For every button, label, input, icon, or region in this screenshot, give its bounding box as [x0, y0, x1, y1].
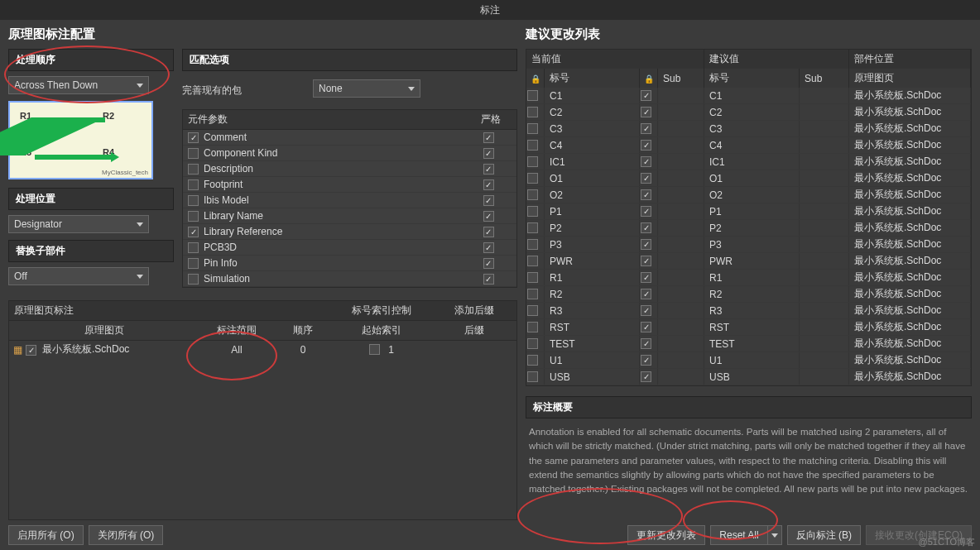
param-checkbox[interactable]	[188, 242, 199, 253]
lock-sub-checkbox[interactable]	[641, 206, 651, 217]
sheet-order[interactable]: 0	[274, 344, 332, 356]
change-row[interactable]: TEST TEST 最小系统板.SchDoc	[526, 336, 971, 352]
lock-current-checkbox[interactable]	[527, 322, 538, 332]
start-index-checkbox[interactable]	[369, 344, 380, 355]
lock-current-checkbox[interactable]	[527, 239, 538, 250]
param-row[interactable]: PCB3D	[183, 240, 516, 256]
reset-all-button[interactable]: Reset All	[710, 525, 766, 545]
processing-order-select[interactable]: Across Then Down	[8, 76, 149, 94]
lock-sub-checkbox[interactable]	[641, 107, 651, 117]
all-on-button[interactable]: 启用所有 (O)	[8, 525, 84, 545]
param-row[interactable]: Footprint	[183, 177, 516, 193]
lock-current-checkbox[interactable]	[527, 123, 538, 134]
param-checkbox[interactable]	[188, 274, 199, 285]
strict-checkbox[interactable]	[483, 179, 494, 190]
subparts-select[interactable]: Off	[8, 267, 149, 285]
changes-col-prop-des[interactable]: 标号	[704, 69, 800, 88]
strict-checkbox[interactable]	[483, 164, 494, 175]
processing-location-select[interactable]: Designator	[8, 215, 149, 233]
strict-checkbox[interactable]	[483, 274, 494, 285]
param-row[interactable]: Library Name	[183, 208, 516, 224]
change-row[interactable]: PWR PWR 最小系统板.SchDoc	[526, 253, 971, 270]
change-row[interactable]: C1 C1 最小系统板.SchDoc	[526, 88, 971, 104]
lock-current-checkbox[interactable]	[527, 289, 538, 299]
strict-checkbox[interactable]	[483, 242, 494, 253]
change-row[interactable]: P3 P3 最小系统板.SchDoc	[526, 237, 971, 253]
param-checkbox[interactable]	[188, 132, 199, 143]
param-checkbox[interactable]	[188, 227, 199, 237]
param-checkbox[interactable]	[188, 179, 199, 190]
lock-current-checkbox[interactable]	[527, 189, 538, 200]
change-row[interactable]: C3 C3 最小系统板.SchDoc	[526, 121, 971, 137]
strict-checkbox[interactable]	[483, 195, 494, 206]
lock-sub-checkbox[interactable]	[641, 338, 651, 349]
lock-sub-checkbox[interactable]	[641, 305, 651, 316]
strict-checkbox[interactable]	[483, 258, 494, 269]
strict-checkbox[interactable]	[483, 227, 494, 237]
lock-sub-checkbox[interactable]	[641, 189, 651, 200]
param-row[interactable]: Ibis Model	[183, 193, 516, 208]
change-row[interactable]: USB USB 最小系统板.SchDoc	[526, 369, 971, 385]
lock-current-checkbox[interactable]	[527, 256, 538, 266]
lock-sub-checkbox[interactable]	[641, 90, 651, 101]
changes-col-prop-sub[interactable]: Sub	[800, 69, 849, 88]
param-checkbox[interactable]	[188, 164, 199, 175]
lock-current-checkbox[interactable]	[527, 305, 538, 316]
lock-current-checkbox[interactable]	[527, 338, 538, 349]
change-row[interactable]: U1 U1 最小系统板.SchDoc	[526, 352, 971, 369]
lock-sub-checkbox[interactable]	[641, 140, 651, 151]
change-row[interactable]: IC1 IC1 最小系统板.SchDoc	[526, 154, 971, 170]
param-row[interactable]: Comment	[183, 130, 516, 146]
lock-sub-checkbox[interactable]	[641, 156, 651, 167]
lock-sub-checkbox[interactable]	[641, 123, 651, 134]
change-row[interactable]: P2 P2 最小系统板.SchDoc	[526, 220, 971, 237]
change-row[interactable]: R3 R3 最小系统板.SchDoc	[526, 303, 971, 319]
strict-checkbox[interactable]	[483, 148, 494, 159]
lock-current-checkbox[interactable]	[527, 90, 538, 101]
change-row[interactable]: C2 C2 最小系统板.SchDoc	[526, 104, 971, 121]
lock-sub-checkbox[interactable]	[641, 222, 651, 233]
lock-sub-checkbox[interactable]	[641, 371, 651, 382]
lock-sub-checkbox[interactable]	[641, 173, 651, 184]
param-checkbox[interactable]	[188, 211, 199, 222]
changes-col-cur-sub[interactable]: Sub	[658, 69, 704, 88]
param-checkbox[interactable]	[188, 148, 199, 159]
lock-current-checkbox[interactable]	[527, 140, 538, 151]
change-row[interactable]: R2 R2 最小系统板.SchDoc	[526, 286, 971, 303]
changes-col-cur-des[interactable]: 标号	[545, 69, 640, 88]
lock-current-checkbox[interactable]	[527, 156, 538, 167]
back-annotate-button[interactable]: 反向标注 (B)	[787, 525, 861, 545]
lock-current-checkbox[interactable]	[527, 222, 538, 233]
lock-sub-checkbox[interactable]	[641, 355, 651, 366]
lock-sub-checkbox[interactable]	[641, 289, 651, 299]
lock-current-checkbox[interactable]	[527, 371, 538, 382]
param-checkbox[interactable]	[188, 258, 199, 269]
param-row[interactable]: Library Reference	[183, 224, 516, 240]
change-row[interactable]: C4 C4 最小系统板.SchDoc	[526, 137, 971, 154]
strict-checkbox[interactable]	[483, 211, 494, 222]
change-row[interactable]: P1 P1 最小系统板.SchDoc	[526, 203, 971, 220]
param-row[interactable]: Component Kind	[183, 146, 516, 161]
lock-sub-checkbox[interactable]	[641, 322, 651, 332]
changes-col-sheet[interactable]: 原理图页	[849, 69, 971, 88]
change-row[interactable]: RST RST 最小系统板.SchDoc	[526, 319, 971, 336]
lock-current-checkbox[interactable]	[527, 107, 538, 117]
param-row[interactable]: Description	[183, 161, 516, 177]
lock-current-checkbox[interactable]	[527, 355, 538, 366]
lock-sub-checkbox[interactable]	[641, 272, 651, 283]
start-index-value[interactable]: 1	[388, 344, 394, 356]
param-checkbox[interactable]	[188, 195, 199, 206]
update-changes-button[interactable]: 更新更改列表	[627, 525, 705, 545]
lock-sub-checkbox[interactable]	[641, 256, 651, 266]
lock-current-checkbox[interactable]	[527, 173, 538, 184]
sheet-checkbox[interactable]	[26, 345, 36, 356]
change-row[interactable]: O2 O2 最小系统板.SchDoc	[526, 187, 971, 203]
sheet-scope[interactable]: All	[199, 344, 274, 356]
param-row[interactable]: Simulation	[183, 271, 516, 287]
all-off-button[interactable]: 关闭所有 (O)	[89, 525, 164, 545]
change-row[interactable]: O1 O1 最小系统板.SchDoc	[526, 170, 971, 187]
strict-checkbox[interactable]	[483, 132, 494, 143]
sheet-row[interactable]: ▦ 最小系统板.SchDoc All 0 1	[9, 341, 516, 358]
existing-packages-select[interactable]: None	[313, 79, 420, 98]
lock-sub-checkbox[interactable]	[641, 239, 651, 250]
